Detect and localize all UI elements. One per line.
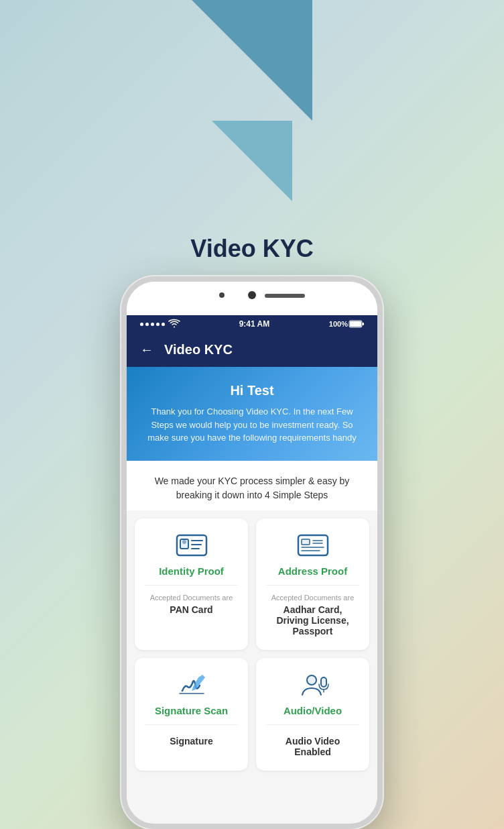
side-button-left-top [121,362,123,386]
address-proof-card[interactable]: Address Proof Accepted Documents are Aad… [256,518,369,650]
svg-rect-10 [302,539,310,545]
steps-description: We made your KYC process simpler & easy … [127,461,377,510]
battery-icon: 100% [329,320,364,328]
identity-docs-label: Accepted Documents are [150,594,233,602]
audio-video-icon [296,671,330,698]
signal-area [140,319,180,329]
address-docs-label: Accepted Documents are [271,594,355,602]
battery-level: 100% [329,320,348,328]
page-title: Video KYC [190,235,313,263]
front-camera [219,292,225,298]
svg-rect-17 [321,677,326,687]
audio-video-divider [266,724,359,725]
signal-dot-3 [151,323,154,326]
svg-rect-1 [363,323,365,325]
phone-top [127,282,377,315]
svg-point-8 [182,540,186,544]
greeting-name: Hi Test [140,383,364,398]
status-time: 9:41 AM [239,319,270,329]
address-proof-icon [296,532,330,559]
header-title: Video KYC [164,342,233,357]
phone-frame: 9:41 AM 100% ← Video KYC Hi Test Thank y… [121,276,383,829]
back-button[interactable]: ← [140,342,153,357]
audio-video-title: Audio/Video [284,705,342,716]
signature-scan-card[interactable]: Signature Scan Signature [135,658,248,771]
app-content: We made your KYC process simpler & easy … [127,461,377,830]
identity-proof-card[interactable]: Identity Proof Accepted Documents are PA… [135,518,248,650]
camera-lens [248,291,256,299]
signal-dot-4 [156,323,160,326]
signal-dot-5 [162,323,165,326]
audio-video-docs-value: Audio Video Enabled [266,736,359,757]
app-header: ← Video KYC [127,333,377,367]
audio-video-card[interactable]: Audio/Video Audio Video Enabled [256,658,369,771]
greeting-text: Thank you for Choosing Video KYC. In the… [140,405,364,445]
signature-docs-value: Signature [170,736,213,747]
signal-dot-1 [140,323,143,326]
kyc-cards-grid: Identity Proof Accepted Documents are PA… [127,510,377,779]
address-docs-value: Aadhar Card, Driving License, Passport [266,604,359,637]
speaker [265,294,305,298]
signal-dot-2 [145,323,149,326]
svg-point-16 [307,675,316,685]
signature-scan-icon [175,671,208,698]
address-divider [266,585,359,586]
identity-docs-value: PAN Card [170,604,212,615]
address-proof-title: Address Proof [278,565,347,577]
signature-scan-title: Signature Scan [155,705,228,716]
svg-rect-2 [350,321,361,327]
side-button-right [381,376,383,416]
wifi-icon [169,319,180,329]
identity-proof-title: Identity Proof [159,565,224,577]
identity-divider [145,585,238,586]
status-bar: 9:41 AM 100% [127,315,377,333]
signature-divider [145,724,238,725]
side-button-left-bottom [121,392,123,416]
identity-proof-icon [175,532,208,559]
greeting-card: Hi Test Thank you for Choosing Video KYC… [127,367,377,461]
svg-rect-9 [298,535,328,555]
